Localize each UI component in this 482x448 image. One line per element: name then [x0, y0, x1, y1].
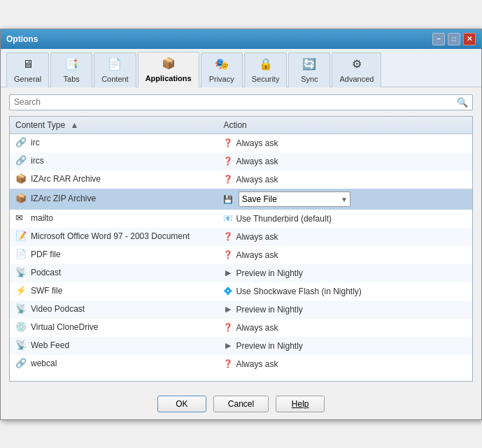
action-cell: 📧 Use Thunderbird (default)	[223, 214, 467, 224]
action-label: Preview in Nightly	[236, 305, 302, 315]
action-cell: ▶ Preview in Nightly	[223, 305, 467, 315]
content-type-label: webcal	[31, 359, 57, 368]
security-label: Security	[252, 75, 280, 83]
applications-label: Applications	[146, 74, 192, 82]
table-row[interactable]: 📡Web Feed ▶ Preview in Nightly	[10, 337, 472, 355]
action-icon: ❓	[223, 232, 233, 242]
privacy-label: Privacy	[209, 75, 234, 83]
footer: OK Cancel Help	[1, 389, 481, 419]
table-row[interactable]: 📦IZArc RAR Archive ❓ Always ask	[10, 171, 472, 189]
action-label: Always ask	[236, 232, 278, 242]
help-button[interactable]: Help	[276, 396, 325, 412]
content-table: Content Type ▲ Action 🔗irc ❓ Always ask …	[10, 117, 472, 373]
content-type-icon: 🔗	[15, 155, 28, 168]
action-icon: 📧	[223, 214, 233, 224]
action-label: Preview in Nightly	[236, 341, 302, 351]
action-label: Always ask	[236, 250, 278, 260]
action-icon: ▶	[223, 268, 233, 278]
action-dropdown[interactable]: Save File Always ask Preview in Nightly	[239, 192, 350, 207]
cancel-button[interactable]: Cancel	[213, 396, 269, 412]
ok-button[interactable]: OK	[157, 396, 206, 412]
tab-general[interactable]: 🖥 General	[6, 52, 49, 87]
action-cell: ❓ Always ask	[223, 250, 467, 260]
content-area: 🔍 Content Type ▲ Action 🔗irc ❓ Always as…	[1, 87, 481, 389]
content-type-icon: 📦	[15, 193, 28, 205]
action-cell: ❓ Always ask	[223, 359, 467, 369]
toolbar: 🖥 General 📑 Tabs 📄 Content 📦 Application…	[1, 49, 481, 87]
table-row[interactable]: 📝Microsoft Office Word 97 - 2003 Documen…	[10, 228, 472, 246]
content-type-label: ircs	[31, 156, 44, 166]
content-type-label: Podcast	[31, 268, 61, 277]
table-row[interactable]: 📡Video Podcast ▶ Preview in Nightly	[10, 301, 472, 319]
content-label: Content	[101, 75, 129, 83]
maximize-button[interactable]: □	[448, 33, 460, 45]
action-icon: ❓	[223, 250, 233, 260]
action-label: Use Shockwave Flash (in Nightly)	[236, 287, 361, 296]
tab-tabs[interactable]: 📑 Tabs	[50, 52, 92, 87]
search-icon: 🔍	[457, 97, 468, 108]
content-type-label: IZArc RAR Archive	[31, 174, 101, 184]
table-row[interactable]: ✉mailto 📧 Use Thunderbird (default)	[10, 210, 472, 228]
action-cell: ▶ Preview in Nightly	[223, 268, 467, 278]
content-type-icon: 🔗	[15, 358, 28, 370]
content-table-container: Content Type ▲ Action 🔗irc ❓ Always ask …	[9, 116, 473, 382]
sort-arrow-icon: ▲	[71, 120, 79, 130]
applications-icon: 📦	[160, 55, 177, 72]
content-type-icon: 🔗	[15, 137, 28, 150]
minimize-button[interactable]: –	[432, 33, 445, 45]
content-type-icon: 💿	[15, 321, 28, 334]
column-header-content-type[interactable]: Content Type ▲	[10, 117, 218, 134]
content-type-icon: 📡	[15, 340, 28, 352]
search-input[interactable]	[14, 97, 457, 107]
content-type-icon: 📄	[15, 249, 28, 261]
action-icon: ❓	[223, 157, 233, 166]
table-row[interactable]: 🔗webcal ❓ Always ask	[10, 355, 472, 373]
action-label: Use Thunderbird (default)	[236, 214, 332, 224]
action-icon: ❓	[223, 138, 233, 148]
action-label: Always ask	[236, 359, 278, 369]
action-cell: ❓ Always ask	[223, 232, 467, 242]
table-row[interactable]: ⚡SWF file 💠 Use Shockwave Flash (in Nigh…	[10, 282, 472, 301]
column-header-action: Action	[218, 117, 472, 134]
action-icon: 💠	[223, 287, 233, 296]
action-cell: 💠 Use Shockwave Flash (in Nightly)	[223, 287, 467, 296]
security-icon: 🔒	[257, 56, 274, 73]
tab-sync[interactable]: 🔄 Sync	[288, 52, 330, 87]
sync-label: Sync	[301, 75, 318, 83]
content-type-label: irc	[31, 138, 40, 147]
table-row[interactable]: 🔗ircs ❓ Always ask	[10, 152, 472, 171]
table-row[interactable]: 📦IZArc ZIP Archive 💾 Save File Always as…	[10, 189, 472, 210]
tab-applications[interactable]: 📦 Applications	[138, 52, 199, 87]
content-type-label: IZArc ZIP Archive	[31, 194, 96, 203]
window-title: Options	[6, 34, 38, 44]
sync-icon: 🔄	[301, 56, 318, 73]
table-row[interactable]: 💿Virtual CloneDrive ❓ Always ask	[10, 319, 472, 337]
action-cell: ❓ Always ask	[223, 323, 467, 333]
action-icon: ▶	[223, 305, 233, 315]
action-icon: ❓	[223, 323, 233, 333]
tab-privacy[interactable]: 🎭 Privacy	[201, 52, 243, 87]
action-cell: ❓ Always ask	[223, 138, 467, 148]
tab-security[interactable]: 🔒 Security	[244, 52, 288, 87]
table-row[interactable]: 🔗irc ❓ Always ask	[10, 133, 472, 152]
advanced-icon: ⚙	[348, 56, 365, 73]
action-label: Always ask	[236, 323, 278, 333]
content-icon: 📄	[106, 56, 123, 73]
content-type-icon: ⚡	[15, 285, 28, 298]
content-type-label: Microsoft Office Word 97 - 2003 Document	[31, 231, 190, 241]
content-type-label: mailto	[31, 213, 53, 223]
content-type-icon: 📡	[15, 267, 28, 280]
content-type-label: SWF file	[31, 286, 62, 296]
general-label: General	[14, 75, 41, 83]
close-button[interactable]: ✕	[463, 33, 476, 45]
table-row[interactable]: 📡Podcast ▶ Preview in Nightly	[10, 264, 472, 282]
content-type-icon: 📝	[15, 231, 28, 243]
table-row[interactable]: 📄PDF file ❓ Always ask	[10, 246, 472, 264]
action-icon: 💾	[223, 195, 233, 203]
tab-content[interactable]: 📄 Content	[94, 52, 136, 87]
content-type-icon: 📡	[15, 303, 28, 316]
action-dropdown-wrapper: 💾 Save File Always ask Preview in Nightl…	[223, 192, 350, 207]
tab-advanced[interactable]: ⚙ Advanced	[332, 52, 381, 87]
content-type-label: Web Feed	[31, 340, 69, 350]
action-cell: ▶ Preview in Nightly	[223, 341, 467, 351]
